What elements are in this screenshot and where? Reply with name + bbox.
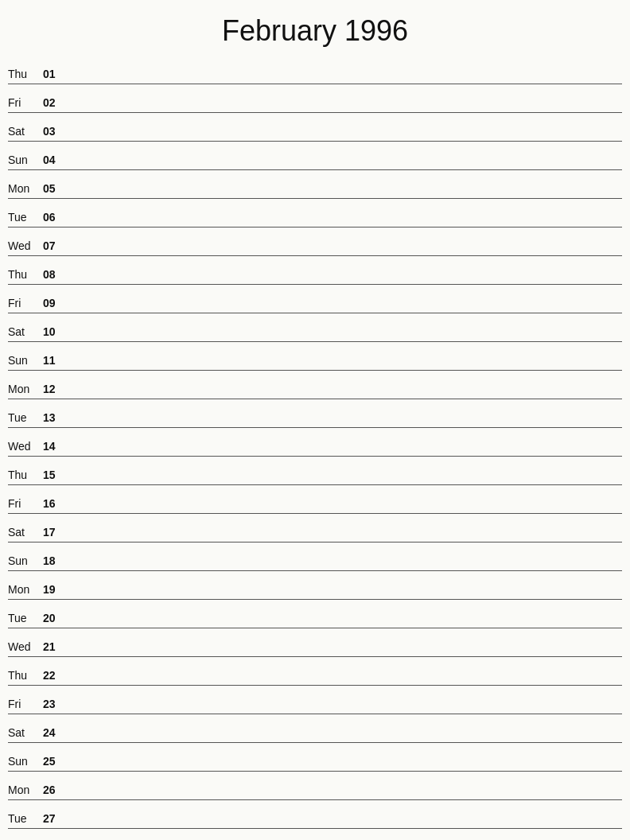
- day-row: Wed07: [8, 231, 622, 256]
- day-row: Sat10: [8, 317, 622, 342]
- day-line: [65, 80, 622, 80]
- day-line: [65, 824, 622, 825]
- day-name: Mon: [8, 182, 41, 195]
- day-number: 23: [43, 698, 65, 710]
- day-number: 05: [43, 182, 65, 195]
- calendar-body: Thu01Fri02Sat03Sun04Mon05Tue06Wed07Thu08…: [0, 59, 630, 840]
- day-number: 19: [43, 583, 65, 596]
- day-row: Tue27: [8, 803, 622, 829]
- day-number: 15: [43, 469, 65, 481]
- day-name: Sun: [8, 554, 41, 567]
- day-number: 16: [43, 497, 65, 510]
- day-number: 03: [43, 125, 65, 138]
- day-line: [65, 509, 622, 510]
- day-row: Sun11: [8, 345, 622, 371]
- day-row: Mon19: [8, 574, 622, 600]
- day-number: 20: [43, 612, 65, 624]
- day-line: [65, 681, 622, 682]
- day-number: 13: [43, 411, 65, 424]
- day-row: Thu15: [8, 460, 622, 485]
- day-number: 07: [43, 239, 65, 252]
- day-number: 09: [43, 297, 65, 309]
- day-number: 12: [43, 383, 65, 395]
- day-number: 27: [43, 812, 65, 825]
- day-number: 24: [43, 726, 65, 739]
- day-row: Sat24: [8, 718, 622, 743]
- day-number: 26: [43, 784, 65, 796]
- day-row: Wed14: [8, 431, 622, 457]
- day-line: [65, 337, 622, 338]
- day-row: Fri23: [8, 689, 622, 714]
- day-name: Thu: [8, 268, 41, 281]
- day-row: Fri16: [8, 488, 622, 514]
- day-name: Sat: [8, 726, 41, 739]
- day-row: Sat17: [8, 517, 622, 542]
- day-row: Thu22: [8, 660, 622, 686]
- day-row: Wed28: [8, 832, 622, 840]
- day-line: [65, 566, 622, 567]
- day-row: Sun18: [8, 546, 622, 571]
- day-number: 11: [43, 354, 65, 367]
- day-row: Tue20: [8, 603, 622, 628]
- day-name: Tue: [8, 812, 41, 825]
- day-number: 17: [43, 526, 65, 539]
- day-line: [65, 738, 622, 739]
- day-line: [65, 165, 622, 166]
- day-number: 18: [43, 554, 65, 567]
- day-name: Sun: [8, 354, 41, 367]
- day-line: [65, 480, 622, 481]
- day-row: Tue06: [8, 202, 622, 228]
- day-number: 01: [43, 68, 65, 80]
- day-row: Tue13: [8, 402, 622, 428]
- day-line: [65, 395, 622, 395]
- day-line: [65, 251, 622, 252]
- day-row: Fri09: [8, 288, 622, 313]
- day-line: [65, 108, 622, 109]
- day-name: Tue: [8, 612, 41, 624]
- day-name: Wed: [8, 239, 41, 252]
- day-row: Sun04: [8, 145, 622, 170]
- day-line: [65, 538, 622, 539]
- day-name: Sat: [8, 526, 41, 539]
- day-line: [65, 767, 622, 768]
- day-name: Sun: [8, 755, 41, 768]
- day-row: Wed21: [8, 632, 622, 657]
- day-name: Fri: [8, 497, 41, 510]
- day-name: Fri: [8, 96, 41, 109]
- day-name: Mon: [8, 583, 41, 596]
- day-row: Thu08: [8, 259, 622, 285]
- day-name: Fri: [8, 297, 41, 309]
- day-name: Tue: [8, 411, 41, 424]
- day-row: Sun25: [8, 746, 622, 772]
- day-line: [65, 652, 622, 653]
- day-name: Wed: [8, 640, 41, 653]
- day-line: [65, 137, 622, 138]
- day-name: Wed: [8, 440, 41, 453]
- day-number: 25: [43, 755, 65, 768]
- page-title: February 1996: [0, 0, 630, 56]
- day-name: Sat: [8, 325, 41, 338]
- day-number: 22: [43, 669, 65, 682]
- day-line: [65, 452, 622, 453]
- day-number: 10: [43, 325, 65, 338]
- day-name: Mon: [8, 383, 41, 395]
- day-row: Mon12: [8, 374, 622, 399]
- day-line: [65, 309, 622, 309]
- day-line: [65, 194, 622, 195]
- day-line: [65, 280, 622, 281]
- day-line: [65, 795, 622, 796]
- day-name: Sat: [8, 125, 41, 138]
- day-number: 06: [43, 211, 65, 224]
- day-line: [65, 624, 622, 624]
- day-line: [65, 595, 622, 596]
- day-row: Mon05: [8, 173, 622, 199]
- day-number: 08: [43, 268, 65, 281]
- day-number: 14: [43, 440, 65, 453]
- day-row: Fri02: [8, 88, 622, 113]
- day-row: Sat03: [8, 116, 622, 142]
- day-row: Thu01: [8, 59, 622, 84]
- day-line: [65, 710, 622, 710]
- day-name: Fri: [8, 698, 41, 710]
- day-line: [65, 366, 622, 367]
- day-line: [65, 223, 622, 224]
